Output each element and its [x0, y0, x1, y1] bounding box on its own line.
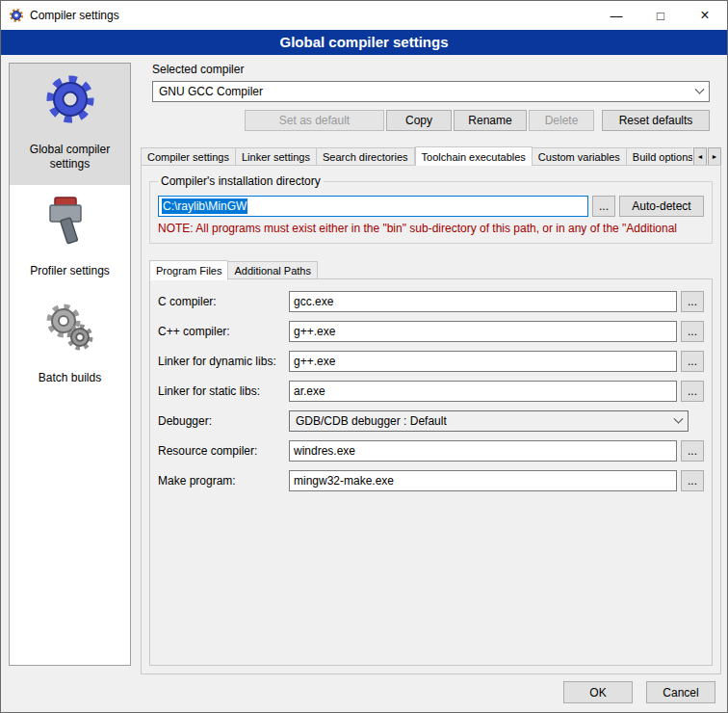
page-title: Global compiler settings [1, 30, 727, 55]
cpp-compiler-row: C++ compiler: ... [158, 321, 704, 342]
static-linker-input[interactable] [289, 381, 677, 402]
field-label: C++ compiler: [158, 325, 289, 338]
field-label: Linker for dynamic libs: [158, 355, 289, 368]
dynamic-linker-browse-button[interactable]: ... [681, 351, 704, 372]
field-label: Make program: [158, 474, 289, 488]
close-button[interactable]: × [683, 1, 727, 30]
set-as-default-button[interactable]: Set as default [245, 110, 384, 131]
selected-compiler-label: Selected compiler [152, 63, 710, 76]
window-title: Compiler settings [30, 9, 119, 22]
field-label: Resource compiler: [158, 444, 289, 458]
titlebar: Compiler settings — □ × [1, 1, 727, 30]
resource-compiler-input[interactable] [289, 440, 677, 462]
debugger-value: GDB/CDB debugger : Default [296, 414, 447, 428]
blue-gear-icon [42, 71, 98, 127]
gray-gears-icon [42, 300, 98, 356]
installation-directory-groupbox: Compiler's installation directory C:\ray… [149, 181, 713, 244]
copy-button[interactable]: Copy [386, 110, 452, 131]
static-linker-row: Linker for static libs: ... [158, 381, 704, 402]
minimize-button[interactable]: — [594, 1, 638, 30]
compiler-settings-window: Compiler settings — □ × Global compiler … [0, 0, 728, 713]
cpp-compiler-input[interactable] [289, 321, 677, 342]
installation-directory-row: C:\raylib\MinGW ... Auto-detect [158, 196, 704, 217]
resource-compiler-row: Resource compiler: ... [158, 440, 704, 462]
resource-compiler-browse-button[interactable]: ... [681, 440, 704, 462]
delete-button[interactable]: Delete [529, 110, 594, 131]
program-files-tab-strip: Program Files Additional Paths [149, 259, 713, 279]
dynamic-linker-input[interactable] [289, 351, 677, 372]
program-files-panel: C compiler: ... C++ compiler: ... Linker… [149, 278, 713, 666]
tab-custom-variables[interactable]: Custom variables [533, 147, 627, 166]
dialog-footer: OK Cancel [563, 681, 715, 703]
static-linker-browse-button[interactable]: ... [681, 381, 704, 402]
selected-compiler-dropdown[interactable]: GNU GCC Compiler [152, 81, 710, 102]
chevron-down-icon [674, 413, 684, 423]
auto-detect-button[interactable]: Auto-detect [619, 196, 704, 217]
sidebar-item-label: Profiler settings [30, 264, 110, 278]
c-compiler-browse-button[interactable]: ... [681, 291, 704, 312]
tab-search-directories[interactable]: Search directories [317, 147, 415, 166]
tab-scroll-right-button[interactable]: ► [708, 147, 721, 166]
maximize-button[interactable]: □ [638, 1, 683, 30]
sidebar-item-batch-builds[interactable]: Batch builds [10, 292, 130, 399]
window-controls: — □ × [594, 1, 727, 30]
c-compiler-input[interactable] [289, 291, 677, 312]
tab-scroll-left-button[interactable]: ◄ [693, 147, 707, 166]
tabs-scroll-viewport: Compiler settings Linker settings Search… [141, 146, 692, 166]
tab-additional-paths[interactable]: Additional Paths [228, 261, 318, 279]
compiler-selection-section: Selected compiler GNU GCC Compiler Set a… [152, 63, 710, 131]
chevron-down-icon [695, 84, 705, 93]
profiler-tool-icon [42, 193, 98, 249]
debugger-dropdown[interactable]: GDB/CDB debugger : Default [289, 410, 689, 432]
dynamic-linker-row: Linker for dynamic libs: ... [158, 351, 704, 372]
c-compiler-row: C compiler: ... [158, 291, 704, 312]
installation-directory-input[interactable]: C:\raylib\MinGW [158, 196, 588, 217]
installation-directory-label: Compiler's installation directory [158, 174, 324, 188]
settings-tab-strip: Compiler settings Linker settings Search… [141, 145, 721, 166]
ok-button[interactable]: OK [563, 681, 633, 703]
tab-toolchain-executables[interactable]: Toolchain executables [415, 146, 533, 166]
settings-category-sidebar: Global compiler settings Profiler settin… [9, 63, 131, 666]
rename-button[interactable]: Rename [454, 110, 527, 131]
make-program-browse-button[interactable]: ... [681, 470, 704, 491]
tab-linker-settings[interactable]: Linker settings [236, 147, 317, 166]
selected-compiler-value: GNU GCC Compiler [159, 85, 263, 98]
field-label: C compiler: [158, 295, 289, 308]
make-program-input[interactable] [289, 470, 677, 491]
cpp-compiler-browse-button[interactable]: ... [681, 321, 704, 342]
tab-program-files[interactable]: Program Files [149, 260, 228, 280]
cancel-button[interactable]: Cancel [646, 681, 715, 703]
bin-subdirectory-note: NOTE: All programs must exist either in … [158, 222, 704, 235]
make-program-row: Make program: ... [158, 470, 704, 491]
debugger-row: Debugger: GDB/CDB debugger : Default [158, 410, 704, 432]
toolchain-executables-panel: Compiler's installation directory C:\ray… [141, 165, 721, 674]
compiler-action-buttons: Set as default Copy Rename Delete Reset … [152, 110, 710, 131]
reset-defaults-button[interactable]: Reset defaults [602, 110, 710, 131]
tab-compiler-settings[interactable]: Compiler settings [141, 147, 236, 166]
installation-directory-browse-button[interactable]: ... [592, 196, 615, 217]
tab-build-options[interactable]: Build options [627, 147, 692, 166]
field-label: Debugger: [158, 414, 289, 428]
main-panel: Selected compiler GNU GCC Compiler Set a… [141, 63, 721, 674]
app-gear-icon [9, 8, 24, 23]
sidebar-item-profiler-settings[interactable]: Profiler settings [10, 185, 130, 292]
sidebar-item-label: Batch builds [39, 371, 101, 385]
field-label: Linker for static libs: [158, 384, 289, 398]
installation-directory-value: C:\raylib\MinGW [162, 198, 247, 214]
sidebar-item-label: Global compiler settings [13, 143, 126, 172]
sidebar-item-global-compiler-settings[interactable]: Global compiler settings [10, 64, 130, 185]
